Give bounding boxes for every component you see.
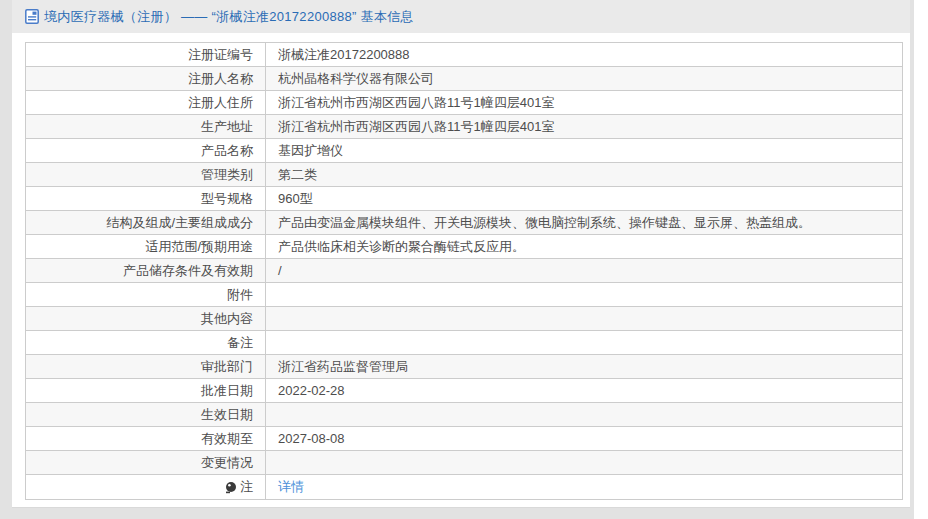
row-label-text: 审批部门 <box>201 358 253 376</box>
row-label: 结构及组成/主要组成成分 <box>26 211 266 234</box>
table-row: 附件 <box>26 283 902 307</box>
row-label-text: 注册人住所 <box>188 94 253 112</box>
row-label: 产品储存条件及有效期 <box>26 259 266 282</box>
row-label: 生产地址 <box>26 115 266 138</box>
row-label-text: 生产地址 <box>201 118 253 136</box>
row-value: 浙江省药品监督管理局 <box>266 355 902 378</box>
table-row: 注册人名称杭州晶格科学仪器有限公司 <box>26 67 902 91</box>
document-icon <box>25 9 39 24</box>
row-label: 注册证编号 <box>26 43 266 66</box>
row-value-text: 2022-02-28 <box>278 383 345 398</box>
row-value: / <box>266 259 902 282</box>
row-label: 注册人住所 <box>26 91 266 114</box>
row-label-text: 型号规格 <box>201 190 253 208</box>
row-label: 生效日期 <box>26 403 266 426</box>
content-panel: 注册证编号浙械注准20172200888注册人名称杭州晶格科学仪器有限公司注册人… <box>12 33 910 508</box>
table-row: 有效期至2027-08-08 <box>26 427 902 451</box>
row-label: 注册人名称 <box>26 67 266 90</box>
row-value: 产品由变温金属模块组件、开关电源模块、微电脑控制系统、操作键盘、显示屏、热盖组成… <box>266 211 902 234</box>
table-row: 结构及组成/主要组成成分产品由变温金属模块组件、开关电源模块、微电脑控制系统、操… <box>26 211 902 235</box>
row-value-text: 杭州晶格科学仪器有限公司 <box>278 70 434 88</box>
row-value: 杭州晶格科学仪器有限公司 <box>266 67 902 90</box>
row-value: 详情 <box>266 475 902 499</box>
row-value-text: 浙械注准20172200888 <box>278 46 410 64</box>
row-value <box>266 331 902 354</box>
note-icon <box>225 481 237 494</box>
row-label: 有效期至 <box>26 427 266 450</box>
row-label-text: 生效日期 <box>201 406 253 424</box>
row-value-text: 浙江省杭州市西湖区西园八路11号1幢四层401室 <box>278 118 554 136</box>
row-value: 基因扩增仪 <box>266 139 902 162</box>
table-row: 备注 <box>26 331 902 355</box>
page-background: 境内医疗器械（注册） —— “浙械注准20172200888” 基本信息 注册证… <box>0 0 914 519</box>
row-label-text: 变更情况 <box>201 454 253 472</box>
row-label-text: 注册证编号 <box>188 46 253 64</box>
table-row: 注册人住所浙江省杭州市西湖区西园八路11号1幢四层401室 <box>26 91 902 115</box>
row-label-text: 批准日期 <box>201 382 253 400</box>
row-value-text: 浙江省药品监督管理局 <box>278 358 408 376</box>
row-label: 注 <box>26 475 266 499</box>
table-row: 注详情 <box>26 475 902 499</box>
details-link[interactable]: 详情 <box>278 478 304 496</box>
row-label: 型号规格 <box>26 187 266 210</box>
row-label: 备注 <box>26 331 266 354</box>
table-row: 产品储存条件及有效期/ <box>26 259 902 283</box>
row-label: 产品名称 <box>26 139 266 162</box>
row-value <box>266 307 902 330</box>
table-row: 变更情况 <box>26 451 902 475</box>
row-value-text: 基因扩增仪 <box>278 142 343 160</box>
row-label-text: 有效期至 <box>201 430 253 448</box>
info-table: 注册证编号浙械注准20172200888注册人名称杭州晶格科学仪器有限公司注册人… <box>25 42 903 500</box>
row-label-text: 结构及组成/主要组成成分 <box>106 214 253 232</box>
row-value <box>266 451 902 474</box>
table-row: 管理类别第二类 <box>26 163 902 187</box>
table-row: 审批部门浙江省药品监督管理局 <box>26 355 902 379</box>
row-value <box>266 283 902 306</box>
row-value-text: 960型 <box>278 190 313 208</box>
page-title: 境内医疗器械（注册） —— “浙械注准20172200888” 基本信息 <box>44 8 414 26</box>
row-label-text: 注册人名称 <box>188 70 253 88</box>
row-value: 960型 <box>266 187 902 210</box>
row-value-text: / <box>278 263 282 278</box>
breadcrumb-header: 境内医疗器械（注册） —— “浙械注准20172200888” 基本信息 <box>12 0 910 33</box>
row-value: 产品供临床相关诊断的聚合酶链式反应用。 <box>266 235 902 258</box>
table-row: 生效日期 <box>26 403 902 427</box>
row-value-text: 第二类 <box>278 166 317 184</box>
row-value: 浙械注准20172200888 <box>266 43 902 66</box>
row-value <box>266 403 902 426</box>
row-label-text: 注 <box>240 478 253 496</box>
row-label-text: 管理类别 <box>201 166 253 184</box>
row-label: 变更情况 <box>26 451 266 474</box>
row-label-text: 产品储存条件及有效期 <box>123 262 253 280</box>
row-label: 管理类别 <box>26 163 266 186</box>
row-label-text: 其他内容 <box>201 310 253 328</box>
row-label-text: 附件 <box>227 286 253 304</box>
row-label-text: 适用范围/预期用途 <box>145 238 253 256</box>
table-row: 注册证编号浙械注准20172200888 <box>26 43 902 67</box>
row-label: 适用范围/预期用途 <box>26 235 266 258</box>
table-row: 型号规格960型 <box>26 187 902 211</box>
table-row: 生产地址浙江省杭州市西湖区西园八路11号1幢四层401室 <box>26 115 902 139</box>
row-value: 2027-08-08 <box>266 427 902 450</box>
row-label: 附件 <box>26 283 266 306</box>
table-row: 适用范围/预期用途产品供临床相关诊断的聚合酶链式反应用。 <box>26 235 902 259</box>
row-value: 第二类 <box>266 163 902 186</box>
row-label: 审批部门 <box>26 355 266 378</box>
row-value: 浙江省杭州市西湖区西园八路11号1幢四层401室 <box>266 115 902 138</box>
row-value: 浙江省杭州市西湖区西园八路11号1幢四层401室 <box>266 91 902 114</box>
table-row: 批准日期2022-02-28 <box>26 379 902 403</box>
table-row: 产品名称基因扩增仪 <box>26 139 902 163</box>
row-label: 其他内容 <box>26 307 266 330</box>
row-value-text: 浙江省杭州市西湖区西园八路11号1幢四层401室 <box>278 94 554 112</box>
row-value: 2022-02-28 <box>266 379 902 402</box>
row-value-text: 产品由变温金属模块组件、开关电源模块、微电脑控制系统、操作键盘、显示屏、热盖组成… <box>278 214 811 232</box>
row-label-text: 产品名称 <box>201 142 253 160</box>
table-row: 其他内容 <box>26 307 902 331</box>
row-label: 批准日期 <box>26 379 266 402</box>
row-label-text: 备注 <box>227 334 253 352</box>
row-value-text: 产品供临床相关诊断的聚合酶链式反应用。 <box>278 238 525 256</box>
row-value-text: 2027-08-08 <box>278 431 345 446</box>
